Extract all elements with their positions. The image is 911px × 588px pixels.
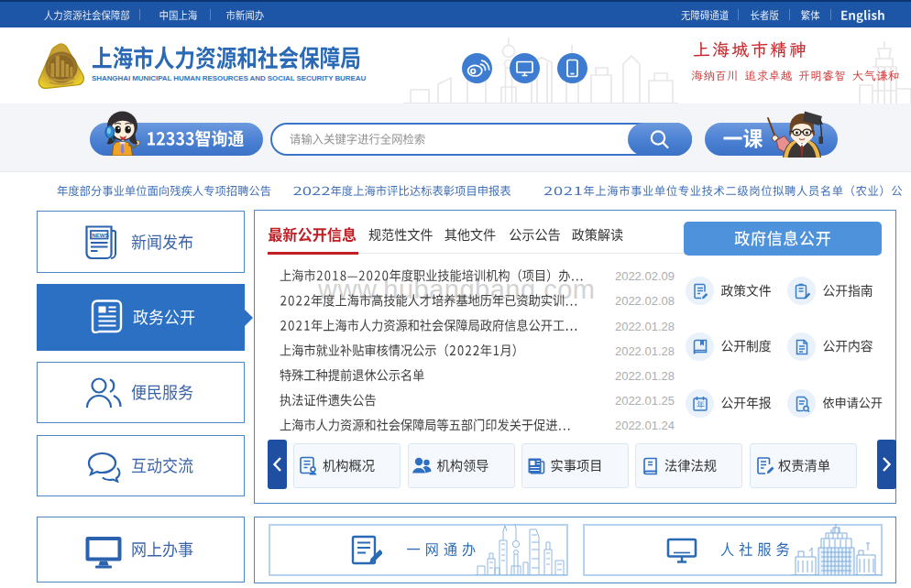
svg-text:NEWS: NEWS [92,232,109,238]
